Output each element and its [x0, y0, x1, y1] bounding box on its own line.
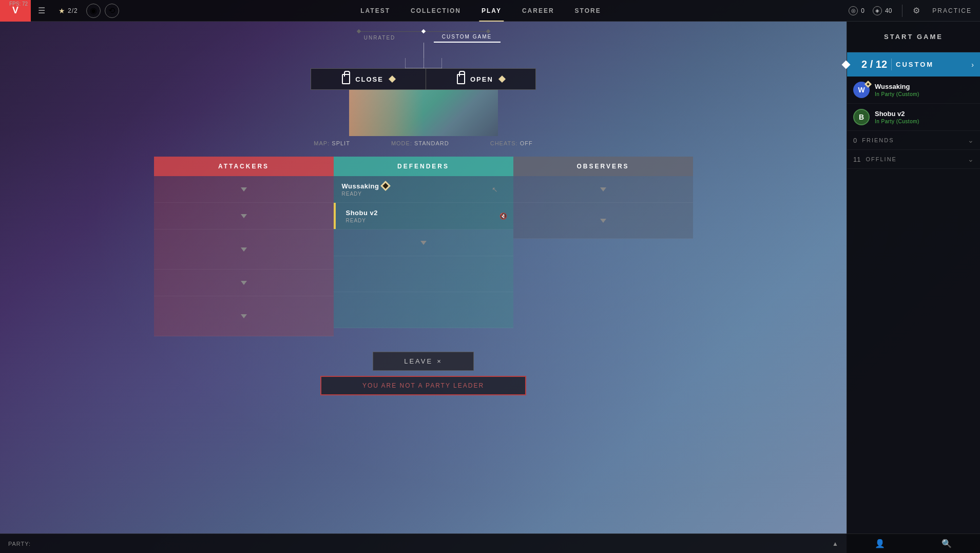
- observer-slot-1[interactable]: [513, 176, 693, 203]
- defender-slot-5[interactable]: [334, 292, 513, 328]
- observers-panel: OBSERVERS: [513, 157, 693, 336]
- right-sidebar: START GAME 2 / 12 CUSTOM › W Wussaking I…: [847, 22, 980, 553]
- attacker-slot-4[interactable]: [154, 270, 334, 296]
- friends-label: FRIENDS: [862, 137, 968, 143]
- defender-slot-3[interactable]: [334, 230, 513, 256]
- person-icon[interactable]: 👤: [875, 539, 885, 548]
- chevron-down-icon: [600, 219, 606, 223]
- nav-play[interactable]: PLAY: [471, 0, 512, 22]
- agent-icon[interactable]: ⟲: [105, 4, 119, 18]
- offline-chevron-icon[interactable]: ⌄: [968, 155, 974, 163]
- topbar-icons: ◉ ⟲: [84, 4, 121, 18]
- custom-chevron-icon[interactable]: ›: [971, 61, 974, 69]
- nav-career[interactable]: CAREER: [512, 0, 565, 22]
- cheats-value: Off: [520, 140, 533, 146]
- vp-icon: ◎: [849, 6, 858, 15]
- offline-count: 11: [853, 156, 860, 163]
- chevron-down-icon: [241, 281, 247, 285]
- mode-custom-label[interactable]: CUSTOM GAME: [424, 34, 511, 40]
- lock-icon: [342, 74, 350, 84]
- map-info: MAP: Split MODE: Standard CHEATS: Off: [314, 140, 532, 146]
- friends-count: 0: [853, 137, 857, 144]
- attacker-slot-5[interactable]: [154, 296, 334, 336]
- map-value: Split: [332, 140, 350, 146]
- defender-player-1[interactable]: Wussaking Ready ↖: [334, 176, 513, 203]
- custom-header: 2 / 12 CUSTOM ›: [847, 52, 980, 77]
- start-game-label: YOU ARE NOT A PARTY LEADER: [362, 382, 484, 389]
- player-1-info: Wussaking Ready: [342, 182, 390, 197]
- friends-chevron-icon[interactable]: ⌄: [968, 136, 974, 144]
- map-preview: [349, 90, 498, 136]
- mode-unrated-label[interactable]: UNRATED: [336, 35, 424, 41]
- rank-diamond-icon: [864, 81, 872, 88]
- slot-bar: [334, 203, 336, 229]
- party-expand-icon[interactable]: ▲: [832, 540, 838, 547]
- lobby-controls: CLOSE OPEN: [311, 68, 536, 90]
- rp-currency: ◈ 40: [873, 6, 892, 15]
- defenders-body: Wussaking Ready ↖ Shobu v2 Ready: [334, 176, 513, 336]
- attackers-panel: ATTACKERS: [154, 157, 334, 336]
- attackers-header: ATTACKERS: [154, 157, 334, 176]
- defender-slot-4[interactable]: [334, 256, 513, 292]
- player-2-info: Shobu v2 Ready: [342, 209, 378, 223]
- agent-select-icon[interactable]: ◉: [86, 4, 101, 18]
- nav-store[interactable]: STORE: [565, 0, 611, 22]
- player-2-avatar-letter: B: [859, 113, 864, 121]
- observers-header: OBSERVERS: [513, 157, 693, 176]
- chevron-down-icon: [420, 241, 427, 245]
- defenders-panel: DEFENDERS Wussaking Ready ↖: [334, 157, 513, 336]
- map-info-mode: MODE: Standard: [391, 140, 449, 146]
- menu-button[interactable]: ☰: [31, 0, 52, 22]
- start-game-button[interactable]: YOU ARE NOT A PARTY LEADER: [320, 376, 526, 395]
- open-button[interactable]: OPEN: [426, 69, 535, 89]
- mode-value: Standard: [414, 140, 449, 146]
- search-bottom-icon[interactable]: 🔍: [941, 539, 952, 548]
- player-1-avatar-letter: W: [858, 86, 864, 94]
- leave-button[interactable]: LEAVE ×: [373, 352, 474, 371]
- defender-player-2[interactable]: Shobu v2 Ready 🔇: [334, 203, 513, 230]
- topbar-nav: LATEST COLLECTION PLAY CAREER STORE: [121, 0, 841, 22]
- sidebar-player-1-status: In Party (Custom): [875, 91, 919, 97]
- topbar-divider: [902, 5, 902, 17]
- party-bar: Party: ▲: [0, 533, 847, 553]
- close-label: CLOSE: [355, 75, 383, 83]
- practice-button[interactable]: PRACTICE: [928, 7, 972, 14]
- chevron-down-icon: [241, 314, 247, 318]
- vp-currency: ◎ 0: [849, 6, 864, 15]
- player-2-sidebar-info: Shobu v2 In Party (Custom): [875, 110, 919, 124]
- mode-selector: UNRATED CUSTOM GAME: [321, 26, 526, 68]
- settings-button[interactable]: ⚙: [913, 6, 920, 15]
- bottom-right-icons: 👤 🔍: [847, 533, 980, 553]
- attacker-slot-2[interactable]: [154, 203, 334, 230]
- player-2-avatar: B: [853, 109, 870, 125]
- player-1-sidebar-info: Wussaking In Party (Custom): [875, 83, 919, 97]
- nav-collection[interactable]: COLLECTION: [400, 0, 471, 22]
- observers-body: [513, 176, 693, 336]
- offline-section-header[interactable]: 11 OFFLINE ⌄: [847, 150, 980, 169]
- custom-label: CUSTOM: [896, 61, 934, 68]
- leave-x-icon: ×: [437, 357, 443, 365]
- observer-slot-2[interactable]: [513, 203, 693, 239]
- teams-container: ATTACKERS DEFENDERS: [154, 157, 693, 336]
- attacker-slot-3[interactable]: [154, 230, 334, 270]
- chevron-down-icon: [241, 187, 247, 192]
- open-label: OPEN: [470, 75, 493, 83]
- sidebar-player-2: B Shobu v2 In Party (Custom): [847, 104, 980, 131]
- map-info-cheats: CHEATS: Off: [490, 140, 533, 146]
- topbar: V ☰ ★ 2/2 ◉ ⟲ LATEST COLLECTION PLAY CAR…: [0, 0, 980, 22]
- party-indicator: ★ 2/2: [52, 7, 84, 15]
- vp-amount: 0: [861, 7, 864, 14]
- custom-count: 2 / 12: [853, 59, 892, 70]
- mute-icon[interactable]: 🔇: [499, 213, 507, 220]
- chevron-down-icon: [241, 214, 247, 218]
- nav-latest[interactable]: LATEST: [350, 0, 400, 22]
- attacker-slot-1[interactable]: [154, 176, 334, 203]
- sidebar-start-game[interactable]: START GAME: [847, 22, 980, 52]
- chevron-down-icon: [600, 187, 606, 192]
- party-icon: ★: [59, 7, 66, 15]
- friends-section-header[interactable]: 0 FRIENDS ⌄: [847, 131, 980, 150]
- player-2-name: Shobu v2: [346, 209, 378, 217]
- close-button[interactable]: CLOSE: [311, 69, 426, 89]
- rp-amount: 40: [885, 7, 892, 14]
- player-2-status: Ready: [346, 218, 378, 223]
